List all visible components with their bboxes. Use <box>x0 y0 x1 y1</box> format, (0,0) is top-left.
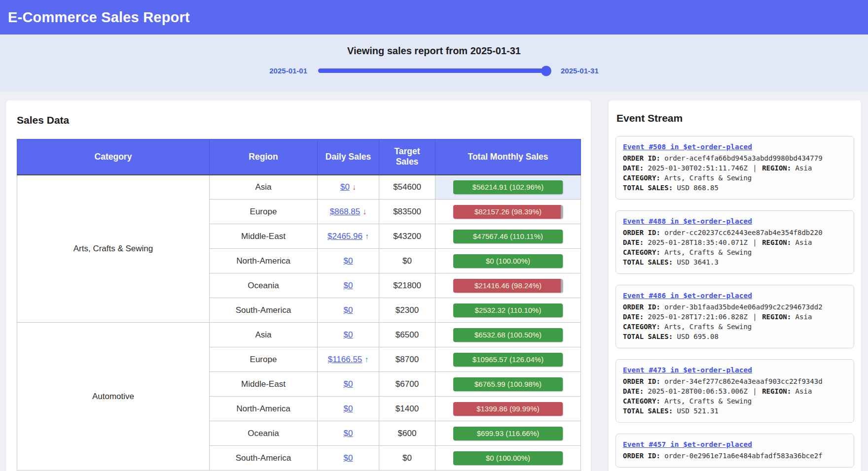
daily-sales-link[interactable]: $0 <box>344 305 353 315</box>
order-id-label: ORDER ID: <box>623 154 664 162</box>
date-value: 2025-01-28T18:35:40.071Z <box>648 238 748 246</box>
daily-sales-link[interactable]: $0 <box>344 256 353 266</box>
monthly-sales-badge: $699.93 (116.66%) <box>453 427 563 440</box>
category-label: CATEGORY: <box>623 397 664 405</box>
total-sales-value: USD 695.08 <box>677 333 719 340</box>
table-row: Arts, Crafts & SewingAsia$0↓$54600$56214… <box>17 175 581 200</box>
event-link[interactable]: Event #486 in $et-order-placed <box>623 291 752 301</box>
monthly-sales-badge: $2532.32 (110.10%) <box>453 303 563 317</box>
category-cell: Automotive <box>17 323 210 471</box>
daily-sales-cell: $0 <box>318 446 379 471</box>
monthly-sales-badge: $10965.57 (126.04%) <box>453 353 563 367</box>
region-cell: South-America <box>210 298 318 323</box>
total-monthly-sales-cell: $0 (100.00%) <box>435 249 581 273</box>
event-link[interactable]: Event #473 in $et-order-placed <box>623 365 752 375</box>
target-sales-cell: $600 <box>379 421 435 446</box>
monthly-sales-badge: $0 (100.00%) <box>453 451 563 465</box>
event-link[interactable]: Event #457 in $et-order-placed <box>623 439 752 449</box>
trend-down-icon: ↓ <box>352 183 356 191</box>
daily-sales-link[interactable]: $0 <box>344 429 353 438</box>
total-monthly-sales-cell: $82157.26 (98.39%) <box>435 200 581 224</box>
category-label: CATEGORY: <box>623 248 664 256</box>
date-slider-thumb[interactable] <box>541 66 551 76</box>
daily-sales-link[interactable]: $2465.96 <box>327 232 362 241</box>
slider-min-label: 2025-01-01 <box>269 67 307 75</box>
trend-up-icon: ↑ <box>365 232 369 240</box>
event-detail-line: CATEGORY: Arts, Crafts & Sewing <box>623 396 847 406</box>
date-label: DATE: <box>623 387 648 395</box>
date-value: 2025-01-30T02:51:11.746Z <box>648 164 748 172</box>
trend-down-icon: ↓ <box>362 207 366 216</box>
daily-sales-link[interactable]: $0 <box>344 379 353 389</box>
region-cell: North-America <box>210 249 318 273</box>
total-monthly-sales-cell: $6765.99 (100.98%) <box>435 372 581 397</box>
separator: | <box>748 313 762 321</box>
event-stream-panel: Event Stream Event #508 in $et-order-pla… <box>609 101 861 471</box>
daily-sales-link[interactable]: $0 <box>340 182 350 192</box>
daily-sales-cell: $1166.55↑ <box>318 347 379 372</box>
event-detail-line: DATE: 2025-01-28T17:21:06.828Z | REGION:… <box>623 312 847 322</box>
event-detail-line: ORDER ID: order-34ef277c862e4a3eaaf903cc… <box>623 376 847 386</box>
region-value: Asia <box>796 238 812 246</box>
event-list: Event #508 in $et-order-placedORDER ID: … <box>615 136 854 468</box>
table-header-row: Category Region Daily Sales Target Sales… <box>17 139 581 175</box>
table-row: AutomotiveAsia$0$6500$6532.68 (100.50%) <box>17 323 581 347</box>
event-detail-line: TOTAL SALES: USD 695.08 <box>623 332 847 341</box>
event-detail-line: TOTAL SALES: USD 3641.3 <box>623 257 847 267</box>
daily-sales-link[interactable]: $0 <box>344 330 353 339</box>
daily-sales-link[interactable]: $0 <box>344 281 353 290</box>
sales-table: Category Region Daily Sales Target Sales… <box>17 139 581 471</box>
event-card: Event #486 in $et-order-placedORDER ID: … <box>615 285 854 348</box>
daily-sales-link[interactable]: $868.85 <box>330 207 360 216</box>
order-id-label: ORDER ID: <box>623 377 664 385</box>
date-slider-track[interactable] <box>318 68 550 73</box>
monthly-sales-badge: $6765.99 (100.98%) <box>453 377 563 391</box>
category-label: CATEGORY: <box>623 174 664 182</box>
region-cell: Asia <box>210 323 318 347</box>
region-value: Asia <box>796 387 812 395</box>
monthly-sales-badge: $1399.86 (99.99%) <box>453 402 563 416</box>
region-cell: Europe <box>210 347 318 372</box>
daily-sales-link[interactable]: $1166.55 <box>328 355 362 364</box>
event-card: Event #488 in $et-order-placedORDER ID: … <box>615 210 854 274</box>
column-header-category: Category <box>17 139 210 175</box>
total-monthly-sales-cell: $2532.32 (110.10%) <box>435 298 581 323</box>
region-cell: Middle-East <box>210 224 318 249</box>
order-id-value: order-34ef277c862e4a3eaaf903cc22f9343d <box>664 377 822 385</box>
total-monthly-sales-cell: $10965.57 (126.04%) <box>435 347 581 372</box>
event-detail-line: DATE: 2025-01-28T18:35:40.071Z | REGION:… <box>623 237 847 247</box>
date-label: DATE: <box>623 238 648 246</box>
region-cell: South-America <box>210 446 318 471</box>
app-header: E-Commerce Sales Report <box>0 0 868 34</box>
daily-sales-link[interactable]: $0 <box>344 404 353 413</box>
daily-sales-cell: $0 <box>318 397 379 421</box>
category-value: Arts, Crafts & Sewing <box>664 248 752 256</box>
date-value: 2025-01-28T17:21:06.828Z <box>648 313 748 321</box>
monthly-sales-badge: $6532.68 (100.50%) <box>453 328 563 342</box>
total-sales-label: TOTAL SALES: <box>623 333 677 340</box>
region-cell: Middle-East <box>210 372 318 397</box>
order-id-label: ORDER ID: <box>623 229 664 236</box>
event-detail-line: CATEGORY: Arts, Crafts & Sewing <box>623 247 847 257</box>
target-sales-cell: $2300 <box>379 298 435 323</box>
total-sales-label: TOTAL SALES: <box>623 184 677 192</box>
monthly-sales-badge: $21416.46 (98.24%) <box>453 279 563 293</box>
total-sales-label: TOTAL SALES: <box>623 258 677 266</box>
trend-up-icon: ↑ <box>364 355 368 364</box>
event-link[interactable]: Event #488 in $et-order-placed <box>623 216 752 226</box>
region-label: REGION: <box>762 387 795 395</box>
separator: | <box>748 387 762 395</box>
event-detail-line: DATE: 2025-01-28T00:06:53.006Z | REGION:… <box>623 386 847 396</box>
event-link[interactable]: Event #508 in $et-order-placed <box>623 142 752 152</box>
date-value: 2025-01-28T00:06:53.006Z <box>648 387 748 395</box>
column-header-total-monthly-sales: Total Monthly Sales <box>435 139 581 175</box>
monthly-sales-badge: $47567.46 (110.11%) <box>453 230 563 243</box>
category-value: Arts, Crafts & Sewing <box>664 323 752 331</box>
total-monthly-sales-cell: $1399.86 (99.99%) <box>435 397 581 421</box>
total-monthly-sales-cell: $47567.46 (110.11%) <box>435 224 581 249</box>
date-label: DATE: <box>623 164 648 172</box>
daily-sales-link[interactable]: $0 <box>344 453 353 463</box>
event-detail-line: DATE: 2025-01-30T02:51:11.746Z | REGION:… <box>623 163 847 173</box>
column-header-daily-sales: Daily Sales <box>318 139 379 175</box>
region-cell: Europe <box>210 200 318 224</box>
